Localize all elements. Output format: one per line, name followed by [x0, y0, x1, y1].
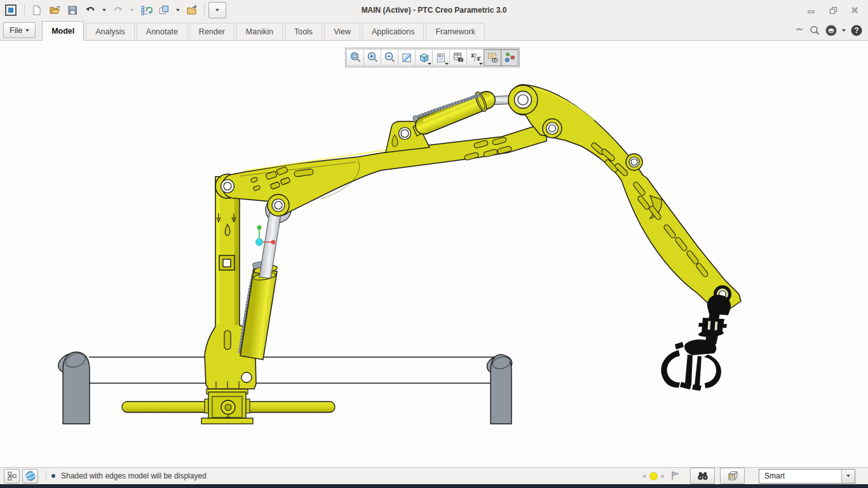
- model-tree-toggle-button[interactable]: [4, 469, 20, 484]
- saved-orientations-icon: [435, 52, 447, 64]
- status-bar: Shaded with edges model will be displaye…: [0, 467, 868, 484]
- open-button[interactable]: [46, 2, 63, 18]
- model-crane-assembly[interactable]: [0, 41, 868, 467]
- file-menu-button[interactable]: File: [3, 22, 36, 38]
- collapse-ribbon-button[interactable]: [794, 25, 804, 36]
- app-window-icon[interactable]: [4, 3, 18, 17]
- chevron-down-icon: [102, 9, 106, 11]
- view-manager-button[interactable]: [449, 49, 467, 66]
- learning-connector-button[interactable]: [825, 24, 837, 37]
- help-button[interactable]: ?: [850, 24, 863, 37]
- chevron-down-icon: [176, 9, 180, 11]
- tab-manikin[interactable]: Manikin: [236, 23, 283, 40]
- redo-button[interactable]: [110, 2, 126, 18]
- customize-toolbar-button[interactable]: [208, 2, 226, 18]
- dropdown-arrow-icon: [428, 63, 431, 65]
- tab-analysis[interactable]: Analysis: [86, 23, 135, 40]
- dropdown-arrow-icon: [445, 63, 449, 65]
- undo-button[interactable]: [82, 2, 98, 18]
- notifications-flag-icon[interactable]: [670, 470, 681, 482]
- bracket-pin[interactable]: [399, 128, 411, 140]
- tab-framework[interactable]: Framework: [426, 23, 485, 40]
- undo-icon: [85, 4, 96, 16]
- left-roller[interactable]: [55, 349, 90, 424]
- window-switch-button[interactable]: [156, 2, 172, 18]
- clipped-views-button[interactable]: [720, 468, 745, 484]
- file-menu-label: File: [10, 26, 22, 35]
- dropdown-arrow-icon: [479, 63, 483, 65]
- new-button[interactable]: [29, 2, 45, 18]
- divider: [24, 3, 25, 17]
- chevron-down-icon: [130, 9, 134, 11]
- search-icon: [809, 25, 820, 36]
- zoom-out-icon: [384, 51, 396, 64]
- window-switch-dropdown[interactable]: [173, 2, 182, 18]
- redo-dropdown[interactable]: [128, 2, 137, 18]
- display-style-cube-icon: [418, 51, 430, 64]
- status-message: Shaded with edges model will be displaye…: [51, 471, 207, 480]
- undo-dropdown[interactable]: [100, 2, 109, 18]
- tab-view[interactable]: View: [324, 23, 360, 40]
- quick-access-toolbar: [0, 2, 226, 18]
- spin-center-icon: [504, 51, 516, 64]
- search-button[interactable]: [809, 25, 820, 36]
- ribbon-right-icons: ?: [794, 20, 868, 40]
- tab-tools[interactable]: Tools: [285, 23, 322, 40]
- right-roller[interactable]: [485, 353, 514, 424]
- find-button[interactable]: [690, 468, 715, 484]
- window-controls: [804, 4, 868, 17]
- selection-filter-combobox[interactable]: Smart: [759, 469, 855, 484]
- view-manager-icon: [452, 51, 465, 64]
- learning-connector-icon: [825, 24, 837, 37]
- refit-icon: [349, 51, 362, 64]
- web-browser-toggle-button[interactable]: [22, 469, 38, 484]
- boom-cylinder-pin[interactable]: [268, 194, 289, 216]
- tab-model[interactable]: Model: [42, 21, 84, 41]
- lift-cylinder[interactable]: [240, 261, 278, 360]
- restore-icon: [829, 6, 838, 15]
- crane-base[interactable]: [201, 389, 253, 424]
- close-window-button[interactable]: [184, 2, 200, 18]
- divider: [46, 470, 46, 482]
- second-boom-arm[interactable]: [509, 85, 741, 308]
- minimize-button[interactable]: [804, 4, 818, 17]
- graphics-viewport[interactable]: [0, 41, 868, 467]
- tab-render[interactable]: Render: [189, 23, 234, 40]
- annotation-display-button[interactable]: [484, 49, 501, 66]
- minimize-icon: [807, 6, 816, 15]
- chevron-down-icon[interactable]: [842, 29, 846, 32]
- regenerate-button[interactable]: [138, 2, 154, 18]
- title-bar: MAIN (Active) - PTC Creo Parametric 3.0: [0, 0, 868, 20]
- dropdown-arrow-icon: [846, 475, 850, 477]
- refit-button[interactable]: [346, 49, 364, 66]
- display-style-button[interactable]: [415, 49, 433, 66]
- support-beam[interactable]: [89, 357, 496, 383]
- saved-orientations-button[interactable]: [432, 49, 450, 66]
- svg-text:?: ?: [854, 26, 858, 35]
- close-button[interactable]: [848, 4, 862, 17]
- repaint-icon: [401, 52, 412, 64]
- regeneration-status-lights[interactable]: [643, 472, 664, 480]
- close-icon: [850, 6, 859, 15]
- column-boom-pin[interactable]: [221, 180, 234, 193]
- elbow-pin[interactable]: [508, 85, 538, 114]
- grapple[interactable]: [661, 295, 731, 391]
- chevron-down-icon: [25, 29, 29, 32]
- save-button[interactable]: [64, 2, 81, 18]
- show-spin-center-button[interactable]: [501, 49, 519, 66]
- repaint-button[interactable]: [398, 49, 416, 66]
- jib-cylinder[interactable]: [413, 90, 521, 136]
- link-pin[interactable]: [543, 119, 562, 138]
- help-icon: ?: [850, 24, 863, 37]
- zoom-in-icon: [367, 51, 379, 64]
- restore-button[interactable]: [826, 4, 840, 17]
- datum-display-filters-button[interactable]: [466, 49, 484, 66]
- zoom-out-button[interactable]: [381, 49, 398, 66]
- double-chevron-icon: [794, 25, 804, 36]
- taskbar-edge-strip: [0, 484, 868, 488]
- tab-annotate[interactable]: Annotate: [137, 23, 187, 40]
- knuckle-pin[interactable]: [626, 154, 642, 170]
- tab-applications[interactable]: Applications: [362, 23, 424, 40]
- zoom-in-button[interactable]: [363, 49, 381, 66]
- combo-arrow-button[interactable]: [841, 470, 855, 483]
